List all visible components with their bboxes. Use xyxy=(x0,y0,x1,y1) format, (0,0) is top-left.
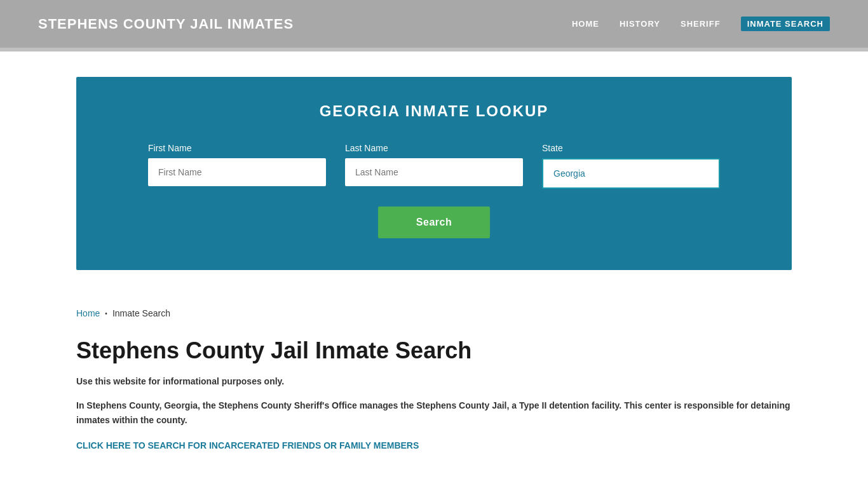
first-name-group: First Name xyxy=(148,143,326,189)
search-button[interactable]: Search xyxy=(378,207,490,238)
header-bottom-bar xyxy=(0,48,868,51)
search-section: GEORGIA INMATE LOOKUP First Name Last Na… xyxy=(76,77,792,270)
state-label: State xyxy=(542,143,720,153)
nav-inmate-search[interactable]: INMATE SEARCH xyxy=(741,17,830,31)
breadcrumb-current: Inmate Search xyxy=(112,308,170,318)
breadcrumb: Home • Inmate Search xyxy=(0,295,868,325)
main-nav: HOME HISTORY SHERIFF INMATE SEARCH xyxy=(572,17,830,31)
state-input[interactable] xyxy=(542,158,720,189)
nav-history[interactable]: HISTORY xyxy=(620,19,660,29)
last-name-label: Last Name xyxy=(345,143,523,153)
site-header: STEPHENS COUNTY JAIL INMATES HOME HISTOR… xyxy=(0,0,868,48)
page-content: Stephens County Jail Inmate Search Use t… xyxy=(0,325,868,477)
last-name-input[interactable] xyxy=(345,158,523,186)
nav-home[interactable]: HOME xyxy=(572,19,599,29)
info-text-2: In Stephens County, Georgia, the Stephen… xyxy=(76,398,792,427)
lookup-title: GEORGIA INMATE LOOKUP xyxy=(114,102,754,120)
first-name-input[interactable] xyxy=(148,158,326,186)
page-heading: Stephens County Jail Inmate Search xyxy=(76,337,792,364)
cta-link[interactable]: CLICK HERE to Search for Incarcerated Fr… xyxy=(76,440,419,451)
breadcrumb-separator: • xyxy=(105,310,107,317)
info-text-1: Use this website for informational purpo… xyxy=(76,374,792,388)
first-name-label: First Name xyxy=(148,143,326,153)
site-title: STEPHENS COUNTY JAIL INMATES xyxy=(38,16,294,32)
nav-sheriff[interactable]: SHERIFF xyxy=(681,19,721,29)
state-group: State xyxy=(542,143,720,189)
search-fields: First Name Last Name State xyxy=(114,143,754,189)
search-btn-wrap: Search xyxy=(114,207,754,238)
breadcrumb-home-link[interactable]: Home xyxy=(76,308,100,318)
last-name-group: Last Name xyxy=(345,143,523,189)
